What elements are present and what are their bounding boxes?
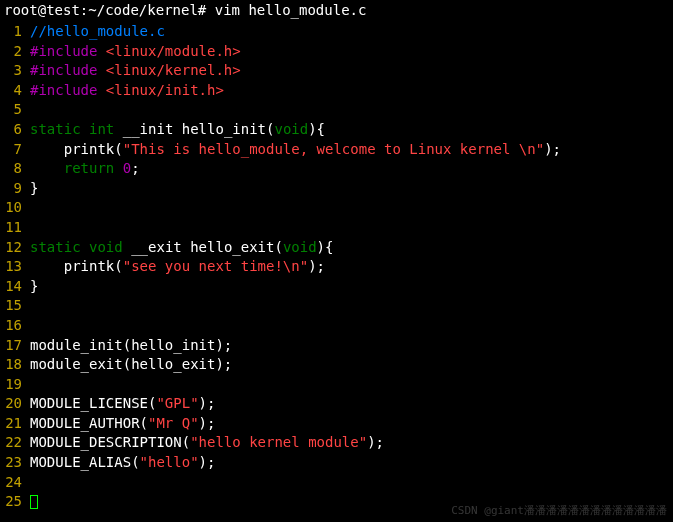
- code-line: 3 #include <linux/kernel.h>: [0, 61, 673, 81]
- line-number: 16: [4, 316, 30, 336]
- line-number: 12: [4, 238, 30, 258]
- code-line: 13 printk("see you next time!\n");: [0, 257, 673, 277]
- line-number: 5: [4, 100, 30, 120]
- line-number: 8: [4, 159, 30, 179]
- line-number: 11: [4, 218, 30, 238]
- line-number: 2: [4, 42, 30, 62]
- code-line: 22 MODULE_DESCRIPTION("hello kernel modu…: [0, 433, 673, 453]
- code-line: 18 module_exit(hello_exit);: [0, 355, 673, 375]
- code-line: 23 MODULE_ALIAS("hello");: [0, 453, 673, 473]
- line-number: 1: [4, 22, 30, 42]
- code-text: #include <linux/module.h>: [30, 42, 241, 62]
- line-number: 14: [4, 277, 30, 297]
- line-number: 4: [4, 81, 30, 101]
- code-line: 14 }: [0, 277, 673, 297]
- line-number: 10: [4, 198, 30, 218]
- code-line: 1 //hello_module.c: [0, 22, 673, 42]
- code-text: module_init(hello_init);: [30, 336, 232, 356]
- code-line: 2 #include <linux/module.h>: [0, 42, 673, 62]
- line-number: 20: [4, 394, 30, 414]
- watermark-text: CSDN @giant潘潘潘潘潘潘潘潘潘潘潘潘潘: [451, 503, 667, 518]
- code-line: 15: [0, 296, 673, 316]
- terminal-window: root@test:~/code/kernel# vim hello_modul…: [0, 0, 673, 512]
- code-line: 19: [0, 375, 673, 395]
- code-line: 24: [0, 473, 673, 493]
- line-number: 9: [4, 179, 30, 199]
- line-number: 7: [4, 140, 30, 160]
- code-line: 8 return 0;: [0, 159, 673, 179]
- code-line: 7 printk("This is hello_module, welcome …: [0, 140, 673, 160]
- code-line: 6 static int __init hello_init(void){: [0, 120, 673, 140]
- code-text: MODULE_AUTHOR("Mr Q");: [30, 414, 215, 434]
- code-text: module_exit(hello_exit);: [30, 355, 232, 375]
- line-number: 24: [4, 473, 30, 493]
- line-number: 18: [4, 355, 30, 375]
- code-line: 4 #include <linux/init.h>: [0, 81, 673, 101]
- code-text: }: [30, 277, 38, 297]
- code-line: 9 }: [0, 179, 673, 199]
- line-number: 13: [4, 257, 30, 277]
- code-text: MODULE_LICENSE("GPL");: [30, 394, 215, 414]
- code-text: MODULE_ALIAS("hello");: [30, 453, 215, 473]
- line-number: 17: [4, 336, 30, 356]
- line-number: 22: [4, 433, 30, 453]
- code-text: return 0;: [30, 159, 140, 179]
- code-line: 12 static void __exit hello_exit(void){: [0, 238, 673, 258]
- line-number: 19: [4, 375, 30, 395]
- vim-editor[interactable]: 1 //hello_module.c 2 #include <linux/mod…: [0, 20, 673, 512]
- comment: //hello_module.c: [30, 22, 165, 42]
- code-line: 5: [0, 100, 673, 120]
- code-line: 11: [0, 218, 673, 238]
- cursor-icon: [30, 495, 38, 509]
- line-number: 6: [4, 120, 30, 140]
- line-number: 15: [4, 296, 30, 316]
- line-number: 21: [4, 414, 30, 434]
- code-text: static void __exit hello_exit(void){: [30, 238, 333, 258]
- code-text: MODULE_DESCRIPTION("hello kernel module"…: [30, 433, 384, 453]
- code-text: printk("see you next time!\n");: [30, 257, 325, 277]
- code-text: #include <linux/init.h>: [30, 81, 224, 101]
- code-text: }: [30, 179, 38, 199]
- code-line: 21 MODULE_AUTHOR("Mr Q");: [0, 414, 673, 434]
- shell-prompt: root@test:~/code/kernel# vim hello_modul…: [0, 0, 673, 20]
- line-number: 23: [4, 453, 30, 473]
- code-line: 20 MODULE_LICENSE("GPL");: [0, 394, 673, 414]
- code-line: 16: [0, 316, 673, 336]
- code-line: 17 module_init(hello_init);: [0, 336, 673, 356]
- cursor-position[interactable]: [30, 492, 38, 512]
- line-number: 25: [4, 492, 30, 512]
- code-text: printk("This is hello_module, welcome to…: [30, 140, 561, 160]
- code-text: #include <linux/kernel.h>: [30, 61, 241, 81]
- code-line: 10: [0, 198, 673, 218]
- line-number: 3: [4, 61, 30, 81]
- code-text: static int __init hello_init(void){: [30, 120, 325, 140]
